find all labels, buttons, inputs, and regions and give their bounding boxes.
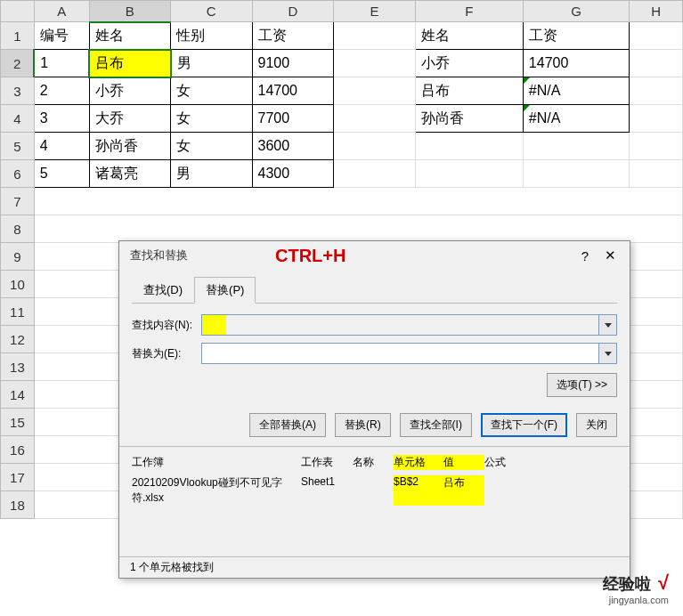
col-header-D[interactable]: D [252, 1, 334, 22]
find-input[interactable] [201, 314, 599, 336]
col-cell[interactable]: 单元格 [394, 455, 443, 470]
col-formula[interactable]: 公式 [484, 455, 617, 470]
row-header[interactable]: 13 [1, 353, 35, 381]
row-header-1[interactable]: 1 [1, 22, 35, 50]
cell[interactable] [34, 215, 682, 243]
cell[interactable] [334, 133, 415, 160]
row-header[interactable]: 7 [1, 188, 35, 215]
cell[interactable] [630, 133, 683, 160]
cell[interactable]: 性别 [171, 22, 252, 50]
cell[interactable]: 工资 [523, 22, 629, 50]
cell[interactable] [334, 22, 415, 50]
tab-find[interactable]: 查找(D) [132, 277, 194, 304]
col-name[interactable]: 名称 [353, 455, 394, 470]
cell[interactable]: 14700 [523, 50, 629, 77]
col-header-G[interactable]: G [523, 1, 629, 22]
col-header-H[interactable]: H [630, 1, 683, 22]
cell[interactable]: 孙尚香 [89, 133, 170, 160]
tab-replace[interactable]: 替换(P) [194, 277, 256, 304]
cell[interactable]: 编号 [34, 22, 89, 50]
cell[interactable] [630, 50, 683, 77]
cell[interactable]: 姓名 [89, 22, 170, 50]
cell[interactable]: 吕布 [415, 77, 523, 105]
col-header-F[interactable]: F [415, 1, 523, 22]
cell[interactable]: 4 [34, 133, 89, 160]
cell[interactable]: 小乔 [89, 77, 170, 105]
row-header[interactable]: 10 [1, 271, 35, 298]
col-sheet[interactable]: 工作表 [301, 455, 353, 470]
dialog-titlebar[interactable]: 查找和替换 ? ✕ [119, 241, 630, 270]
options-button[interactable]: 选项(T) >> [547, 373, 617, 397]
find-next-button[interactable]: 查找下一个(F) [481, 413, 567, 437]
cell-error[interactable]: #N/A [523, 105, 629, 133]
cell[interactable]: 大乔 [89, 105, 170, 133]
cell[interactable]: 姓名 [415, 22, 523, 50]
row-header-3[interactable]: 3 [1, 77, 35, 105]
col-header-A[interactable]: A [34, 1, 89, 22]
col-header-C[interactable]: C [171, 1, 252, 22]
cell[interactable] [630, 77, 683, 105]
cell[interactable]: 3 [34, 105, 89, 133]
cell[interactable] [630, 105, 683, 133]
find-dropdown-button[interactable] [599, 314, 617, 336]
cell[interactable]: 男 [171, 160, 252, 188]
cell[interactable]: 3600 [252, 133, 334, 160]
col-workbook[interactable]: 工作簿 [132, 455, 301, 470]
cell[interactable] [630, 160, 683, 188]
cell[interactable] [523, 160, 629, 188]
row-header[interactable]: 9 [1, 243, 35, 271]
cell[interactable] [630, 22, 683, 50]
cell[interactable]: 工资 [252, 22, 334, 50]
cell-error[interactable]: #N/A [523, 77, 629, 105]
col-value[interactable]: 值 [443, 455, 484, 470]
close-button[interactable]: ✕ [598, 247, 622, 263]
results-row[interactable]: 20210209Vlookup碰到不可见字符.xlsx Sheet1 $B$2 … [132, 473, 617, 508]
cell[interactable]: 2 [34, 77, 89, 105]
cell[interactable] [334, 160, 415, 188]
replace-input[interactable] [201, 343, 599, 364]
col-header-E[interactable]: E [334, 1, 415, 22]
row-header-6[interactable]: 6 [1, 160, 35, 188]
cell[interactable]: 9100 [252, 50, 334, 77]
row-header[interactable]: 12 [1, 326, 35, 353]
help-button[interactable]: ? [573, 248, 598, 263]
find-all-button[interactable]: 查找全部(I) [400, 413, 472, 437]
replace-button[interactable]: 替换(R) [335, 413, 391, 437]
cell[interactable]: 孙尚香 [415, 105, 523, 133]
row-header[interactable]: 8 [1, 215, 35, 243]
cell[interactable]: 女 [171, 133, 252, 160]
cell[interactable] [334, 77, 415, 105]
cell[interactable] [415, 160, 523, 188]
row-header[interactable]: 14 [1, 381, 35, 409]
cell[interactable]: 小乔 [415, 50, 523, 77]
row-header[interactable]: 16 [1, 436, 35, 464]
cell[interactable]: 男 [171, 50, 252, 77]
row-header[interactable]: 15 [1, 409, 35, 436]
cell[interactable]: 7700 [252, 105, 334, 133]
replace-dropdown-button[interactable] [599, 343, 617, 364]
results-pane[interactable]: 工作簿 工作表 名称 单元格 值 公式 20210209Vlookup碰到不可见… [119, 446, 630, 528]
col-header-B[interactable]: B [89, 1, 170, 22]
close-button-2[interactable]: 关闭 [576, 413, 617, 437]
row-header-5[interactable]: 5 [1, 133, 35, 160]
cell[interactable] [415, 133, 523, 160]
row-header[interactable]: 11 [1, 298, 35, 326]
row-header-4[interactable]: 4 [1, 105, 35, 133]
cell[interactable] [523, 133, 629, 160]
cell[interactable] [34, 188, 682, 215]
cell[interactable]: 5 [34, 160, 89, 188]
row-header[interactable]: 17 [1, 464, 35, 491]
select-all-corner[interactable] [1, 1, 35, 22]
active-cell-B2[interactable]: 吕布 [89, 50, 170, 77]
cell[interactable] [334, 50, 415, 77]
cell[interactable]: 1 [34, 50, 89, 77]
cell[interactable]: 14700 [252, 77, 334, 105]
row-header-2[interactable]: 2 [1, 50, 35, 77]
cell[interactable]: 女 [171, 77, 252, 105]
cell[interactable]: 女 [171, 105, 252, 133]
row-header[interactable]: 18 [1, 491, 35, 519]
cell[interactable]: 4300 [252, 160, 334, 188]
cell[interactable] [334, 105, 415, 133]
cell[interactable]: 诸葛亮 [89, 160, 170, 188]
replace-all-button[interactable]: 全部替换(A) [249, 413, 326, 437]
